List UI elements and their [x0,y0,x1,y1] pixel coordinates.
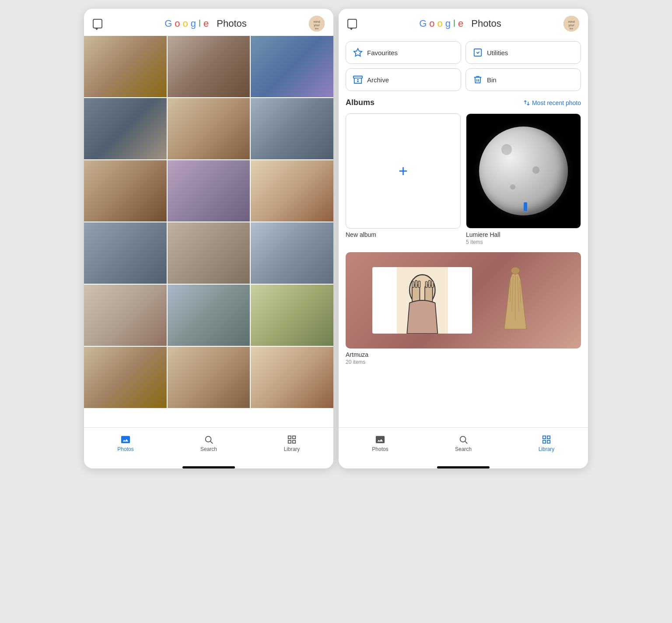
photo-cell[interactable] [251,36,333,97]
photo-cell[interactable] [84,160,167,222]
nav-item-library-left[interactable]: Library [250,432,333,455]
grid-row-6 [84,347,333,408]
svg-rect-6 [288,436,291,439]
art-frame [372,267,472,334]
artmuza-name: Artmuza [346,351,581,358]
right-screen: Google Photos mind your bio [339,9,588,468]
svg-marker-14 [354,49,362,56]
photo-cell[interactable] [168,285,250,346]
nav-item-photos-right[interactable]: Photos [339,432,422,455]
photo-cell[interactable] [168,347,250,408]
svg-line-5 [210,441,213,443]
google-photos-logo-left: Google Photos [164,18,247,29]
bin-label: Bin [487,76,497,84]
photo-cell[interactable] [84,347,167,408]
svg-text:your: your [568,24,574,27]
svg-rect-24 [418,281,420,288]
albums-header: Albums Most recent photo [346,98,581,107]
nav-label-photos-left: Photos [117,446,133,452]
sculpture-area [476,267,554,334]
svg-line-35 [465,441,467,443]
archive-button[interactable]: Archive [346,68,461,91]
svg-text:your: your [314,24,320,27]
photos-icon-right [375,435,385,444]
avatar-right[interactable]: mind your bio [564,16,579,32]
grid-row-5 [84,285,333,346]
library-content: Favourites Utilities A [339,36,588,427]
trash-icon [473,75,483,84]
nav-item-photos-left[interactable]: Photos [84,432,167,455]
bin-button[interactable]: Bin [466,68,581,91]
new-album-thumb: + [346,113,461,229]
photo-cell[interactable] [84,36,167,97]
svg-text:bio: bio [570,27,574,30]
right-bottom-nav: Photos Search Library [339,427,588,464]
lumiere-hall-name: Lumiere Hall [466,231,581,238]
nav-label-photos-right: Photos [372,446,388,452]
screens-container: Google Photos mind your bio [84,9,588,468]
sort-icon [523,99,530,106]
nav-item-search-left[interactable]: Search [167,432,250,455]
photo-cell[interactable] [251,160,333,222]
search-icon-right [458,435,468,444]
svg-point-34 [460,436,466,442]
lumiere-hall-thumb [466,113,581,229]
logo-photos-text: Photos [217,18,247,29]
nav-item-search-right[interactable]: Search [422,432,505,455]
svg-rect-16 [354,76,362,78]
svg-text:mind: mind [568,20,574,23]
new-album-name: New album [346,231,461,238]
photo-cell[interactable] [251,98,333,159]
utilities-icon [473,48,483,57]
lumiere-hall-count: 5 items [466,239,581,245]
grid-row-4 [84,222,333,284]
artmuza-inner [346,252,581,348]
photo-cell[interactable] [168,222,250,284]
albums-grid: + New album [346,113,581,245]
svg-rect-27 [431,281,434,288]
utility-grid: Favourites Utilities A [346,41,581,91]
grid-row-2 [84,98,333,159]
avatar-left[interactable]: mind your bio [309,16,325,32]
photo-cell[interactable] [168,98,250,159]
most-recent-button[interactable]: Most recent photo [523,99,581,106]
svg-rect-37 [547,436,550,439]
avatar-image-left: mind your bio [309,16,325,32]
artmuza-card[interactable]: Artmuza 20 items [346,252,581,365]
photo-cell[interactable] [168,36,250,97]
photo-cell[interactable] [168,160,250,222]
logo-letter-l: l [199,18,201,29]
photo-cell[interactable] [84,222,167,284]
favourites-button[interactable]: Favourites [346,41,461,64]
new-album-card[interactable]: + New album [346,113,461,245]
photo-cell[interactable] [251,285,333,346]
svg-rect-9 [293,440,295,443]
artmuza-thumb [346,252,581,348]
photo-cell[interactable] [84,285,167,346]
google-photos-logo-right: Google Photos [419,18,501,29]
photo-cell[interactable] [84,98,167,159]
svg-rect-39 [547,440,550,443]
utilities-button[interactable]: Utilities [466,41,581,64]
favourites-label: Favourites [367,49,398,56]
photo-cell[interactable] [251,347,333,408]
right-header: Google Photos mind your bio [339,9,588,36]
archive-label: Archive [367,76,389,84]
svg-rect-15 [474,49,482,56]
message-icon[interactable] [93,19,102,28]
svg-rect-8 [288,440,291,443]
most-recent-label: Most recent photo [532,99,581,106]
photo-cell[interactable] [251,222,333,284]
logo-letter-g: G [164,18,172,29]
message-icon-right[interactable] [347,19,357,28]
lumiere-hall-card[interactable]: Lumiere Hall 5 items [466,113,581,245]
logo-letter-g2: g [191,18,196,29]
svg-rect-22 [412,282,414,288]
nav-item-library-right[interactable]: Library [505,432,588,455]
logo-letter-o1: o [175,18,180,29]
nav-label-library-left: Library [284,446,300,452]
albums-title: Albums [346,98,374,107]
moon-photo [466,114,581,228]
svg-rect-23 [415,280,417,287]
home-indicator-left [182,466,235,468]
